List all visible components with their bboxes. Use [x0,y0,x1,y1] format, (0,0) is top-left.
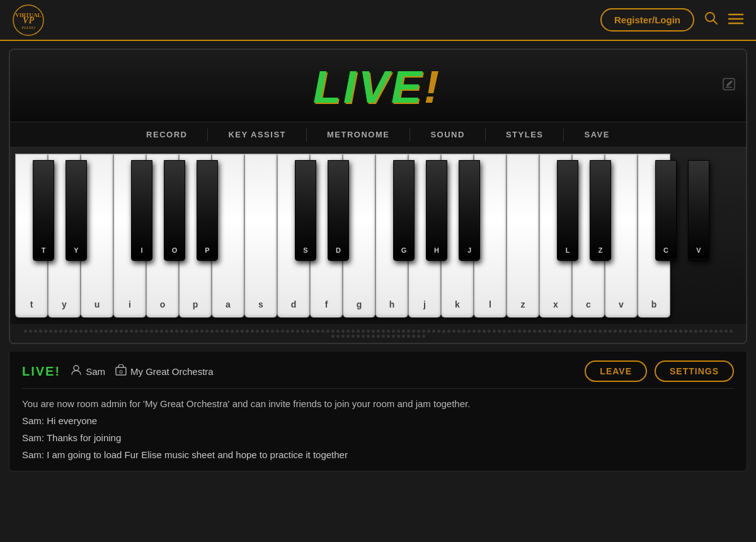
dot [231,330,234,333]
black-key-L[interactable]: L [557,160,578,261]
chat-messages: You are now room admin for 'My Great Orc… [22,395,734,463]
dot [578,330,581,333]
dot [69,330,72,333]
black-key-Z[interactable]: Z [590,160,611,261]
dot [412,330,415,333]
room-icon [115,364,127,378]
dot [296,330,299,333]
dot [125,330,128,333]
divider-line [22,388,734,389]
toolbar-key-assist[interactable]: KEY ASSIST [208,122,306,147]
dot [271,330,274,333]
dot [352,330,355,333]
toolbar-save[interactable]: SAVE [564,122,629,147]
dot [593,330,597,333]
live-session: LIVE! Sam My Great Orchestra LEAVE [9,352,747,471]
black-key-V[interactable]: V [688,160,709,261]
dot [583,330,587,333]
black-key-P[interactable]: P [197,160,218,261]
black-key-H[interactable]: H [426,160,447,261]
admin-message: You are now room admin for 'My Great Orc… [22,395,734,412]
dot [74,330,77,333]
black-key-S[interactable]: S [295,160,316,261]
svg-point-11 [74,366,79,371]
black-key-C[interactable]: C [655,160,677,261]
dot [437,330,440,333]
dot [362,335,365,338]
white-key-s[interactable]: s [244,154,277,318]
dot [115,330,118,333]
dot [709,330,713,333]
dot [669,330,672,333]
dot [730,330,733,333]
piano-toolbar: RECORD KEY ASSIST METRONOME SOUND STYLES… [10,122,746,147]
dot [120,330,123,333]
svg-rect-12 [116,367,126,375]
user-name: Sam [86,366,105,377]
edit-icon[interactable] [722,78,736,95]
dot [341,335,345,338]
dot [195,330,198,333]
dot [49,330,52,333]
dot [331,335,335,338]
black-key-D[interactable]: D [328,160,349,261]
dot [629,330,632,333]
black-key-T[interactable]: T [33,160,54,261]
dot [412,335,415,338]
chat-message-1: Sam: Thanks for joining [22,429,734,446]
dot [684,330,687,333]
dot [649,330,652,333]
register-login-button[interactable]: Register/Login [600,8,694,32]
dot [397,330,400,333]
settings-button[interactable]: SETTINGS [655,360,734,382]
toolbar-record[interactable]: RECORD [126,122,207,147]
search-button[interactable] [704,11,718,29]
black-key-G[interactable]: G [393,160,415,261]
black-key-I[interactable]: I [131,160,152,261]
dot [246,330,249,333]
dot [694,330,697,333]
dot [523,330,526,333]
dot [59,330,62,333]
menu-button[interactable] [728,12,743,28]
dot [614,330,617,333]
dot [331,330,335,333]
dot [644,330,647,333]
dot [719,330,723,333]
dot [286,330,289,333]
dot [548,330,551,333]
dot [372,330,375,333]
dot [105,330,108,333]
white-key-z[interactable]: z [507,154,539,318]
dot [94,330,98,333]
dot [84,330,88,333]
dot [387,335,390,338]
leave-button[interactable]: LEAVE [585,360,647,382]
dot [89,330,93,333]
dot [382,335,385,338]
toolbar-sound[interactable]: SOUND [410,122,484,147]
room-info: My Great Orchestra [115,364,214,378]
dot [724,330,728,333]
dot [175,330,178,333]
dot [160,330,163,333]
dot [704,330,707,333]
black-key-Y[interactable]: Y [66,160,87,261]
toolbar-metronome[interactable]: METRONOME [307,122,410,147]
dot [336,335,340,338]
black-key-O[interactable]: O [164,160,185,261]
black-key-J[interactable]: J [459,160,480,261]
live-session-label: LIVE! [22,364,60,379]
toolbar-styles[interactable]: STYLES [486,122,564,147]
dot [241,330,244,333]
dot [382,330,385,333]
dot [558,330,561,333]
dot [472,330,476,333]
piano-keys: t y u i o p a s d f g [10,147,746,324]
dot [170,330,173,333]
dot [226,330,229,333]
dot [573,330,576,333]
dot [190,330,193,333]
piano-bottom-panel: for(let i=0;i<160;i++) document.write('<… [10,324,746,343]
user-info: Sam [71,364,105,378]
